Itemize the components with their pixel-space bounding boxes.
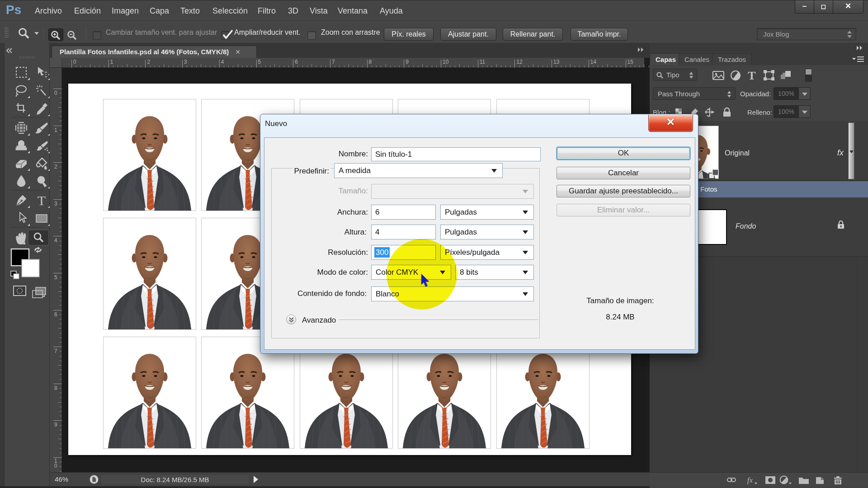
svg-text:fx: fx <box>747 476 753 484</box>
svg-text:T: T <box>748 70 755 82</box>
svg-text:T: T <box>38 193 46 208</box>
